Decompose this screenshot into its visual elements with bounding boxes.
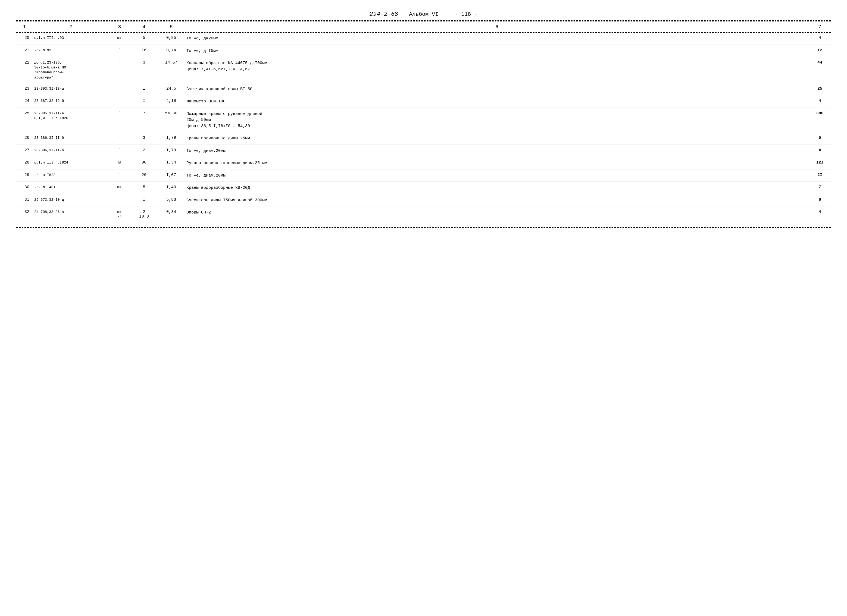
row-reference: доп.I,23-I96, 30-I5-б,цена ПО "Кролевецп…	[32, 60, 109, 81]
row-price: I,40	[158, 184, 185, 190]
row-total: 7	[809, 184, 831, 190]
col-header-4: 4	[130, 24, 158, 29]
row-reference: ц.I,ч.III,п.93	[32, 35, 109, 41]
row-total: 4	[809, 35, 831, 41]
table-row: 2723-386,3I-II-б"2I,79То же, диам.20мм4	[16, 145, 831, 157]
row-price: 0,85	[158, 35, 185, 41]
row-price: I,79	[158, 135, 185, 141]
row-description: Счетчик холодной воды ВТ-50	[185, 86, 809, 93]
row-number: 2I	[16, 47, 32, 53]
row-description: Манометр ОБМ-I00	[185, 98, 809, 105]
table-row: 29-"- п.I823"20I,07То же, диам.20мм2I	[16, 170, 831, 182]
row-total: I2	[809, 47, 831, 53]
row-description: Краны поливочные диам.25мм	[185, 135, 809, 142]
row-price: I4,67	[158, 60, 185, 65]
row-quantity: I	[130, 86, 158, 91]
row-price: 0,34	[158, 209, 185, 215]
row-reference: 23-385.3I-II-а ц.I,ч.III п.I826	[32, 111, 109, 121]
column-headers: I 2 3 4 5 6 7	[16, 21, 831, 33]
row-reference: 23-393,3I-I3-а	[32, 86, 109, 92]
row-unit: "	[109, 98, 130, 103]
col-header-5: 5	[158, 24, 185, 29]
row-reference: ц.I,ч.III,п.I824	[32, 160, 109, 166]
row-quantity: 90	[130, 160, 158, 165]
row-reference: 29-673,32-I0-д	[32, 197, 109, 203]
col-header-7: 7	[809, 24, 831, 29]
row-quantity: 7	[130, 111, 158, 116]
table-row: 28ц.I,ч.III,п.I824м90I,34Рукава резино-т…	[16, 158, 831, 169]
row-unit: шт кг	[109, 209, 130, 219]
table-row: 30-"- п.I46Iшт5I,40Краны водоразборные К…	[16, 182, 831, 194]
row-reference: -"- п.I823	[32, 172, 109, 178]
row-description: Опоры ОП-2	[185, 209, 809, 217]
row-unit: "	[109, 172, 130, 178]
row-quantity: 2 I0,3	[130, 209, 158, 220]
row-reference: -"- п.I46I	[32, 184, 109, 190]
doc-number: 294-2-68	[370, 11, 398, 18]
row-reference: -"- п.92	[32, 47, 109, 53]
row-reference: 23-687,32-I2-б	[32, 98, 109, 104]
row-number: 27	[16, 147, 32, 153]
row-price: 5,83	[158, 197, 185, 203]
row-number: 23	[16, 86, 32, 91]
data-table: 20ц.I,ч.III,п.93шт50,85То же, д=20мм42I-…	[16, 33, 831, 222]
row-number: 22	[16, 60, 32, 65]
row-unit: шт	[109, 184, 130, 190]
row-unit: "	[109, 60, 130, 65]
row-number: 28	[16, 160, 32, 165]
row-unit: "	[109, 147, 130, 153]
bottom-border	[16, 227, 831, 228]
row-price: I,07	[158, 172, 185, 178]
row-description: Краны водоразборные КВ-20Д	[185, 184, 809, 192]
row-quantity: I	[130, 98, 158, 104]
row-price: 0,74	[158, 47, 185, 53]
row-total: 380	[809, 111, 831, 116]
row-price: 54,30	[158, 111, 185, 116]
row-reference: 24-708,33-26-а	[32, 209, 109, 215]
table-row: 22доп.I,23-I96, 30-I5-б,цена ПО "Кролеве…	[16, 57, 831, 83]
row-reference: 23-386,3I-II-б	[32, 135, 109, 141]
row-quantity: I6	[130, 47, 158, 53]
table-row: 20ц.I,ч.III,п.93шт50,85То же, д=20мм4	[16, 33, 831, 45]
row-total: I2I	[809, 160, 831, 165]
row-quantity: 3	[130, 60, 158, 65]
row-number: 26	[16, 135, 32, 141]
row-description: То же, диам.20мм	[185, 147, 809, 155]
row-unit: "	[109, 47, 130, 53]
col-header-6: 6	[185, 24, 809, 29]
row-description: Клапаны обратные КА 44075 д=I00мм Цена: …	[185, 60, 809, 73]
row-quantity: 2	[130, 147, 158, 153]
row-unit: "	[109, 197, 130, 202]
row-unit: "	[109, 135, 130, 140]
row-quantity: 5	[130, 35, 158, 41]
row-quantity: 3	[130, 135, 158, 141]
row-total: 5	[809, 135, 831, 141]
row-total: 2I	[809, 172, 831, 178]
row-description: То же, диам.20мм	[185, 172, 809, 180]
col-header-3: 3	[109, 24, 130, 29]
row-total: 4	[809, 209, 831, 215]
row-reference: 23-386,3I-II-б	[32, 147, 109, 153]
col-header-2: 2	[32, 24, 109, 29]
row-total: 4	[809, 147, 831, 153]
col-header-1: I	[16, 24, 32, 29]
row-quantity: I	[130, 197, 158, 203]
row-number: 3I	[16, 197, 32, 203]
row-number: 29	[16, 172, 32, 178]
row-unit: шт	[109, 35, 130, 40]
row-description: Рукава резино-тканевые диам.25 мм	[185, 160, 809, 167]
row-unit: м	[109, 160, 130, 165]
row-number: 30	[16, 184, 32, 190]
row-price: 24,5	[158, 86, 185, 91]
row-total: 4	[809, 98, 831, 104]
row-description: Смеситель диам.I50мм длиной 300мм	[185, 197, 809, 204]
table-row: 2I-"- п.92"I60,74То же, д=I5ммI2	[16, 45, 831, 57]
page-header: 294-2-68 Альбом VI - 118 -	[16, 11, 831, 18]
table-row: 2323-393,3I-I3-а"I24,5Счетчик холодной в…	[16, 84, 831, 96]
row-unit: "	[109, 111, 130, 116]
row-total: 25	[809, 86, 831, 91]
page-number: - 118 -	[454, 11, 477, 18]
row-number: 24	[16, 98, 32, 104]
table-row: 2623-386,3I-II-б"3I,79Краны поливочные д…	[16, 133, 831, 145]
row-number: 20	[16, 35, 32, 41]
